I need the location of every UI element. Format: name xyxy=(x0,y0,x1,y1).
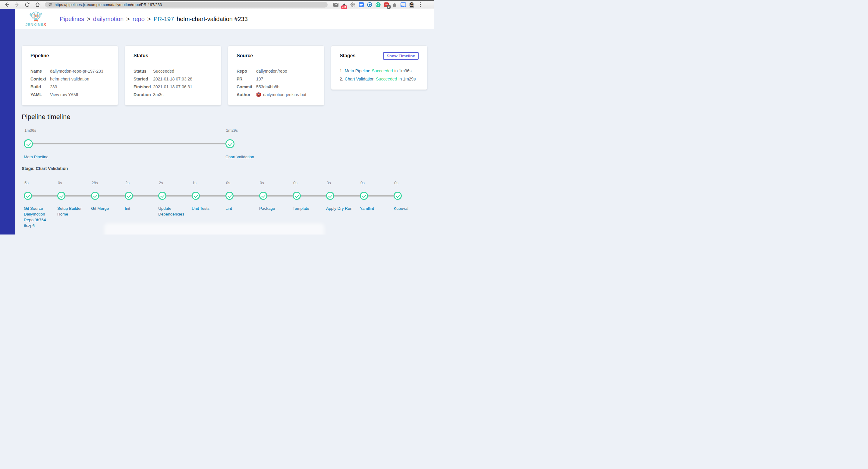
upload-arrow-icon[interactable]: 412 xyxy=(341,2,347,7)
success-check-icon xyxy=(91,192,99,200)
finished-row: Finished2021-01-18 07:06:31 xyxy=(133,83,213,91)
step-node: 2s Init xyxy=(125,181,156,211)
commit-link[interactable]: 553dc4bb8b xyxy=(256,84,279,89)
mail-icon[interactable] xyxy=(333,2,338,7)
status-card: Status StatusSucceeded Started2021-01-18… xyxy=(125,45,221,105)
stage-status: Succeeded xyxy=(372,68,393,73)
success-check-icon xyxy=(293,192,301,200)
globe-icon xyxy=(48,2,52,7)
success-check-icon xyxy=(57,192,65,200)
success-check-icon xyxy=(24,139,33,148)
jenkins-x-logo[interactable]: JENKINSX xyxy=(23,11,49,27)
home-icon[interactable] xyxy=(35,2,40,7)
success-check-icon xyxy=(225,192,234,200)
success-check-icon xyxy=(225,139,235,148)
repo-row: Repodailymotion/repo xyxy=(237,67,315,75)
back-icon[interactable] xyxy=(4,2,9,7)
stage-meta-pipeline-link[interactable]: Meta Pipeline xyxy=(345,68,370,73)
jenkins-x-logo-text: JENKINSX xyxy=(25,23,46,27)
video-call-icon[interactable] xyxy=(358,2,364,7)
gear-icon[interactable] xyxy=(350,2,355,7)
profile-avatar[interactable] xyxy=(409,2,414,7)
browser-menu-icon[interactable] xyxy=(418,2,423,8)
breadcrumb-separator: > xyxy=(126,16,130,23)
step-link[interactable]: Apply Dry Run xyxy=(326,206,358,211)
success-check-icon xyxy=(360,192,368,200)
step-node: 28s Git Merge xyxy=(91,181,122,211)
status-value: Succeeded xyxy=(153,69,174,73)
success-check-icon xyxy=(24,192,32,200)
step-link[interactable]: Template xyxy=(293,206,324,211)
stage-chart-validation-link[interactable]: Chart Validation xyxy=(345,76,375,82)
timeline-node-meta-pipeline: 1m36s Meta Pipeline xyxy=(24,128,63,160)
step-node: 3s Apply Dry Run xyxy=(326,181,358,211)
status-card-title: Status xyxy=(133,53,148,59)
url-text[interactable]: https://pipelines.jx.example.com/dailymo… xyxy=(55,2,162,7)
author-link[interactable]: dailymotion-jenkins-bot xyxy=(263,92,306,97)
pr-link[interactable]: 197 xyxy=(256,76,263,82)
breadcrumb-pr[interactable]: PR-197 xyxy=(153,16,174,23)
step-node: 0s Template xyxy=(293,181,324,211)
step-link[interactable]: Git Merge xyxy=(91,206,122,211)
upload-badge: 412 xyxy=(341,5,347,9)
step-node: 2s Update Dependencies xyxy=(158,181,190,217)
status-row: StatusSucceeded xyxy=(133,67,213,75)
step-link[interactable]: Yamllint xyxy=(360,206,391,211)
breadcrumb: Pipelines > dailymotion > repo > PR-197 … xyxy=(60,16,248,23)
pipeline-card: Pipeline Namedailymotion-repo-pr-197-233… xyxy=(22,45,118,105)
timeline-stage-link[interactable]: Chart Validation xyxy=(225,154,265,160)
stage-steps-timeline: 5s Git Source Dailymotion Repo 9h764 6sz… xyxy=(22,181,427,233)
step-link[interactable]: Unit Tests xyxy=(192,206,223,211)
app-header: JENKINSX Pipelines > dailymotion > repo … xyxy=(15,9,434,29)
success-check-icon xyxy=(192,192,200,200)
cast-icon[interactable] xyxy=(401,2,406,7)
puzzle-icon[interactable] xyxy=(392,2,398,7)
view-raw-yaml-link[interactable]: View raw YAML xyxy=(50,92,79,97)
browser-toolbar: https://pipelines.jx.example.com/dailymo… xyxy=(0,0,434,9)
step-link[interactable]: Lint xyxy=(225,206,257,211)
step-node: 0s Yamllint xyxy=(360,181,391,211)
left-sidebar xyxy=(0,9,15,234)
stages-card-title: Stages xyxy=(340,53,355,59)
stage-sub-heading: Stage: Chart Validation xyxy=(22,166,427,171)
stage-list-item: 2. Chart Validation Succeeded in 1m29s xyxy=(340,75,418,83)
forward-icon[interactable] xyxy=(14,2,20,7)
source-card: Source Repodailymotion/repo PR197 Commit… xyxy=(228,45,324,105)
success-check-icon xyxy=(158,192,166,200)
breadcrumb-pipelines[interactable]: Pipelines xyxy=(60,16,84,23)
step-link[interactable]: Git Source Dailymotion Repo 9h764 6szp6 xyxy=(24,206,55,228)
author-row: Author dailymotion-jenkins-bot xyxy=(237,91,315,99)
step-link[interactable]: Init xyxy=(125,206,156,211)
timeline-node-chart-validation: 1m29s Chart Validation xyxy=(225,128,265,160)
success-check-icon xyxy=(326,192,334,200)
step-node: 0s Setup Builder Home xyxy=(57,181,89,217)
breadcrumb-separator: > xyxy=(147,16,151,23)
pipeline-build-row: Build233 xyxy=(30,83,110,91)
pipeline-timeline-heading: Pipeline timeline xyxy=(22,113,427,121)
step-link[interactable]: Setup Builder Home xyxy=(57,206,89,217)
pipeline-stage-timeline: 1m36s Meta Pipeline 1m29s Chart Validati… xyxy=(22,128,427,162)
breadcrumb-owner[interactable]: dailymotion xyxy=(93,16,124,23)
pipeline-name-row: Namedailymotion-repo-pr-197-233 xyxy=(30,67,110,75)
success-check-icon xyxy=(394,192,402,200)
step-link[interactable]: Package xyxy=(259,206,290,211)
grammarly-icon[interactable] xyxy=(375,2,381,7)
step-link[interactable]: Update Dependencies xyxy=(158,206,190,217)
timeline-stage-link[interactable]: Meta Pipeline xyxy=(24,154,63,160)
author-avatar xyxy=(256,92,261,97)
step-node: 5s Git Source Dailymotion Repo 9h764 6sz… xyxy=(24,181,55,228)
reload-icon[interactable] xyxy=(25,2,30,7)
password-badge: 2 xyxy=(387,5,391,9)
step-node: 0s Kubeval xyxy=(394,181,425,211)
password-dots-icon[interactable]: 2 xyxy=(384,2,389,7)
started-row: Started2021-01-18 07:03:28 xyxy=(133,75,213,83)
success-check-icon xyxy=(125,192,133,200)
pr-row: PR197 xyxy=(237,75,315,83)
step-node: 0s Package xyxy=(259,181,290,211)
step-link[interactable]: Kubeval xyxy=(394,206,425,211)
breadcrumb-repo[interactable]: repo xyxy=(133,16,145,23)
show-timeline-button[interactable]: Show Timeline xyxy=(383,52,418,60)
url-bar[interactable]: https://pipelines.jx.example.com/dailymo… xyxy=(45,2,328,7)
ring-icon[interactable] xyxy=(367,2,372,7)
repo-link[interactable]: dailymotion/repo xyxy=(256,69,287,73)
